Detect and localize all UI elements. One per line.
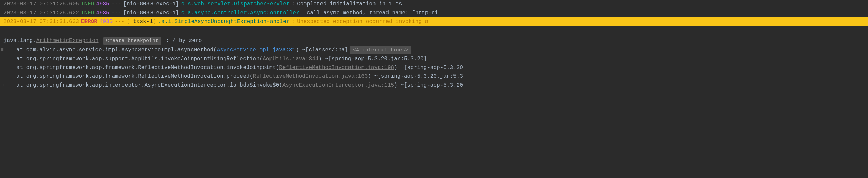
- log-line: 2023-03-17 07:31:28.605 INFO 4935---[nio…: [0, 0, 868, 9]
- log-separator: ---: [111, 9, 121, 18]
- exception-message: : / by zero: [162, 38, 202, 44]
- log-timestamp: 2023-03-17 07:31:31.633: [3, 17, 79, 26]
- internal-lines-badge[interactable]: <4 internal lines>: [350, 46, 411, 54]
- log-timestamp: 2023-03-17 07:31:28.622: [3, 9, 79, 18]
- log-level: ERROR: [81, 17, 97, 26]
- log-colon: :: [292, 0, 295, 9]
- source-link[interactable]: AopUtils.java:344: [263, 56, 318, 62]
- log-timestamp: 2023-03-17 07:31:28.605: [3, 0, 79, 9]
- log-message: Unexpected exception occurred invoking a: [297, 17, 428, 26]
- stack-frame: ⊞at org.springframework.aop.interceptor.…: [0, 81, 868, 90]
- log-line: 2023-03-17 07:31:28.622 INFO 4935---[nio…: [0, 9, 868, 18]
- log-logger: c.a.async.controller.AsyncController: [181, 9, 300, 18]
- log-colon: :: [292, 17, 295, 26]
- log-pid: 4935: [96, 0, 109, 9]
- source-link[interactable]: AsyncServiceImpl.java:31: [217, 47, 295, 53]
- stack-jar-info: ) ~[spring-aop-5.3.20.jar:5.3: [368, 73, 463, 79]
- log-thread: [ task-1]: [127, 17, 156, 26]
- log-logger: .a.i.SimpleAsyncUncaughtExceptionHandler: [158, 17, 290, 26]
- exception-package: java.lang.: [3, 38, 36, 44]
- expand-icon[interactable]: ⊞: [1, 81, 3, 89]
- source-link[interactable]: AsyncExecutionInterceptor.java:115: [282, 82, 394, 88]
- log-thread: [nio-8080-exec-1]: [123, 0, 179, 9]
- stack-frame: at org.springframework.aop.framework.Ref…: [0, 64, 868, 73]
- blank-line: [0, 26, 868, 36]
- stack-method: at com.alvin.async.service.impl.AsyncSer…: [16, 47, 217, 53]
- log-pid: 4935: [96, 9, 109, 18]
- stack-frame: at org.springframework.aop.framework.Ref…: [0, 72, 868, 81]
- create-breakpoint-button[interactable]: Create breakpoint: [103, 37, 161, 45]
- stack-method: at org.springframework.aop.support.AopUt…: [16, 56, 263, 62]
- stack-jar-info: ) ~[spring-aop-5.3.20: [394, 65, 463, 71]
- source-link[interactable]: ReflectiveMethodInvocation.java:163: [253, 73, 368, 79]
- stack-method: at org.springframework.aop.framework.Ref…: [16, 73, 253, 79]
- stack-method: at org.springframework.aop.interceptor.A…: [16, 82, 282, 88]
- stack-method: at org.springframework.aop.framework.Ref…: [16, 65, 279, 71]
- stack-frame: at org.springframework.aop.support.AopUt…: [0, 55, 868, 64]
- log-thread: [nio-8080-exec-1]: [123, 9, 179, 18]
- source-link[interactable]: ReflectiveMethodInvocation.java:198: [279, 65, 394, 71]
- log-separator: ---: [111, 0, 121, 9]
- exception-class-name[interactable]: ArithmeticException: [36, 38, 98, 44]
- log-level: INFO: [81, 9, 94, 18]
- log-message: call async method, thread name: [http-ni: [307, 9, 438, 18]
- stack-jar-info: ) ~[spring-aop-5.3.20.jar:5.3.20]: [318, 56, 427, 62]
- stack-jar-info: ) ~[spring-aop-5.3.20: [394, 82, 463, 88]
- stack-jar-info: ) ~[classes/:na]: [295, 47, 348, 53]
- stack-trace: ⊞at com.alvin.async.service.impl.AsyncSe…: [0, 46, 868, 90]
- exception-header: java.lang.ArithmeticException Create bre…: [0, 36, 868, 46]
- stack-frame: ⊞at com.alvin.async.service.impl.AsyncSe…: [0, 46, 868, 55]
- log-colon: :: [301, 9, 305, 18]
- log-logger: o.s.web.servlet.DispatcherServlet: [181, 0, 290, 9]
- log-separator: ---: [115, 17, 124, 26]
- log-message: Completed initialization in 1 ms: [297, 0, 402, 9]
- console-log: 2023-03-17 07:31:28.605 INFO 4935---[nio…: [0, 0, 868, 26]
- log-level: INFO: [81, 0, 94, 9]
- expand-icon[interactable]: ⊞: [1, 46, 3, 53]
- log-line: 2023-03-17 07:31:31.633 ERROR 4935---[ t…: [0, 17, 868, 26]
- log-pid: 4935: [100, 17, 113, 26]
